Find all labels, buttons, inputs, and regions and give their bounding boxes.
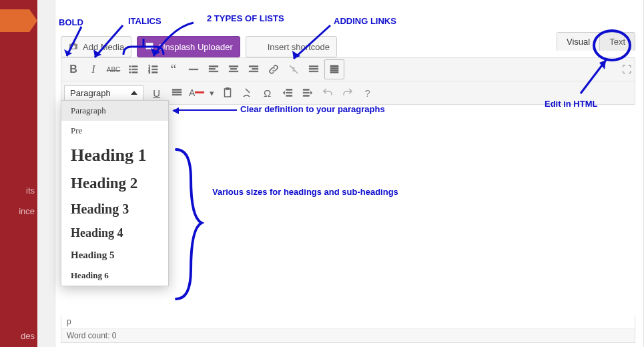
special-char-button[interactable]: Ω [258, 83, 277, 102]
blockquote-button[interactable]: “ [164, 60, 183, 79]
svg-point-4 [129, 71, 131, 73]
svg-rect-23 [309, 69, 318, 70]
svg-rect-33 [226, 88, 229, 90]
align-left-button[interactable] [204, 60, 223, 79]
sidebar-item[interactable]: des [0, 326, 37, 346]
link-button[interactable] [264, 60, 283, 79]
svg-rect-35 [286, 92, 292, 93]
bullet-list-button[interactable] [124, 60, 143, 79]
svg-rect-11 [152, 72, 157, 73]
svg-rect-13 [209, 66, 218, 67]
undo-button[interactable] [318, 83, 337, 102]
annotation-headings: Various sizes for headings and sub-headi… [212, 187, 398, 197]
unlink-button[interactable] [284, 60, 303, 79]
dropdown-item-paragraph[interactable]: Paragraph [61, 101, 168, 121]
annotation-lists: 2 TYPES OF LISTS [207, 13, 284, 23]
svg-rect-22 [309, 66, 318, 67]
text-color-dropdown[interactable]: ▾ [208, 83, 217, 102]
add-media-button[interactable]: Add Media [61, 36, 131, 57]
dropdown-item-h3[interactable]: Heading 3 [61, 197, 168, 222]
element-path: p [61, 315, 635, 329]
svg-point-2 [129, 69, 131, 70]
dropdown-caret-icon [131, 91, 137, 95]
bold-button[interactable]: B [64, 60, 83, 79]
dropdown-item-h2[interactable]: Heading 2 [61, 170, 168, 197]
annotation-clear: Clear definition to your paragraphs [240, 104, 385, 114]
svg-rect-18 [229, 71, 238, 72]
svg-rect-25 [330, 65, 338, 67]
clear-format-button[interactable] [238, 83, 257, 102]
toolbar-row-1: B I ABC 123 “ [61, 58, 635, 81]
editor-panel: Add Media Unsplash Uploader Insert short… [55, 0, 644, 347]
number-list-button[interactable]: 123 [144, 60, 163, 79]
svg-rect-17 [231, 69, 237, 70]
indent-button[interactable] [298, 83, 317, 102]
unsplash-uploader-button[interactable]: Unsplash Uploader [137, 36, 240, 57]
underline-button[interactable]: U [147, 83, 166, 102]
svg-rect-9 [152, 69, 157, 70]
svg-rect-39 [303, 95, 309, 97]
strikethrough-button[interactable]: ABC [104, 60, 123, 79]
hr-button[interactable] [184, 60, 203, 79]
unsplash-label: Unsplash Uploader [159, 42, 233, 52]
svg-rect-26 [330, 68, 338, 69]
paste-text-button[interactable] [218, 83, 237, 102]
svg-rect-36 [286, 95, 292, 97]
align-justify-button[interactable] [168, 83, 186, 102]
svg-rect-31 [172, 94, 182, 95]
more-button[interactable] [304, 60, 323, 79]
arrow-clear [174, 109, 237, 111]
format-select-value: Paragraph [70, 88, 111, 98]
word-count: Word count: 0 [61, 329, 635, 342]
svg-rect-21 [249, 71, 258, 72]
svg-point-0 [129, 65, 131, 67]
svg-rect-20 [252, 69, 258, 70]
dropdown-item-h6[interactable]: Heading 6 [61, 266, 168, 286]
text-color-button[interactable]: A [188, 83, 206, 102]
align-right-button[interactable] [244, 60, 263, 79]
svg-rect-34 [286, 89, 292, 91]
svg-rect-14 [209, 69, 215, 70]
annotation-links: ADDING LINKS [334, 16, 396, 26]
svg-rect-19 [249, 66, 258, 67]
outdent-button[interactable] [278, 83, 297, 102]
svg-rect-7 [152, 66, 157, 67]
shortcode-icon [253, 41, 264, 53]
sidebar-active-indicator [0, 9, 29, 32]
dropdown-item-pre[interactable]: Pre [61, 121, 168, 141]
insert-shortcode-label: Insert shortcode [268, 42, 330, 52]
insert-shortcode-button[interactable]: Insert shortcode [246, 36, 337, 57]
svg-rect-3 [132, 69, 137, 70]
svg-rect-24 [309, 71, 318, 72]
toolbar-toggle-button[interactable] [324, 59, 344, 79]
image-icon [144, 41, 155, 53]
dropdown-item-h1[interactable]: Heading 1 [61, 141, 168, 170]
media-buttons-row: Add Media Unsplash Uploader Insert short… [61, 36, 337, 57]
svg-rect-37 [303, 89, 309, 91]
svg-rect-29 [172, 89, 182, 91]
dropdown-item-h5[interactable]: Heading 5 [61, 245, 168, 266]
italic-button[interactable]: I [84, 60, 103, 79]
add-media-label: Add Media [83, 42, 124, 52]
svg-rect-5 [132, 72, 137, 73]
svg-rect-12 [189, 69, 198, 70]
admin-sidebar: its ince des [0, 0, 37, 347]
svg-rect-27 [330, 70, 338, 71]
redo-button[interactable] [338, 83, 357, 102]
annotation-html: Edit in HTML [545, 99, 597, 109]
sidebar-menu: its ince des [0, 180, 37, 346]
dropdown-item-h4[interactable]: Heading 4 [61, 222, 168, 245]
format-select[interactable]: Paragraph [64, 85, 143, 101]
align-center-button[interactable] [224, 60, 243, 79]
editor-statusbar: p Word count: 0 [61, 315, 635, 343]
annotation-bold: BOLD [59, 17, 83, 27]
camera-icon [68, 41, 79, 53]
annotation-italics: ITALICS [128, 16, 162, 26]
svg-rect-1 [132, 66, 137, 67]
svg-rect-30 [172, 92, 182, 93]
sidebar-item[interactable]: its [0, 180, 37, 201]
sidebar-item[interactable]: ince [0, 201, 37, 222]
fullscreen-icon[interactable]: ⛶ [622, 64, 631, 75]
help-button[interactable]: ? [358, 83, 377, 102]
svg-text:3: 3 [149, 71, 151, 74]
